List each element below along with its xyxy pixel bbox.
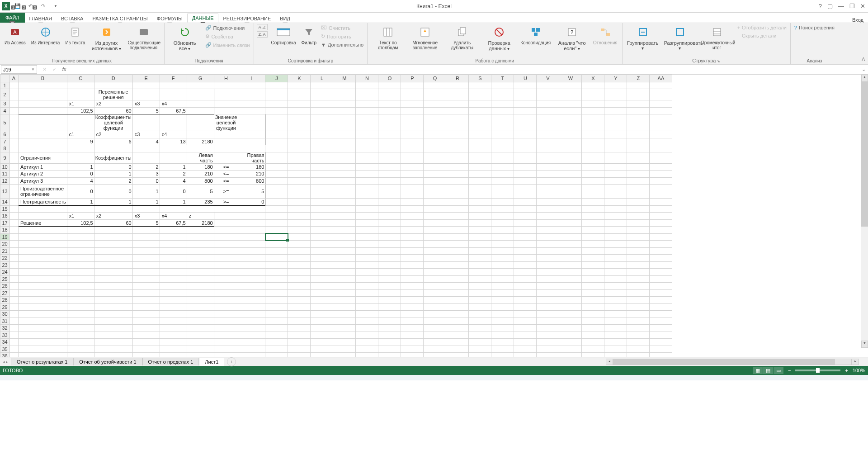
cell-C31[interactable] (67, 318, 94, 325)
cell-L17[interactable] (311, 219, 333, 227)
row-header-36[interactable]: 36 (0, 353, 9, 357)
cell-E13[interactable]: 1 (132, 185, 160, 199)
cell-AA17[interactable] (650, 219, 672, 227)
cell-A14[interactable] (9, 199, 19, 206)
cell-V22[interactable] (537, 255, 559, 262)
cell-L1[interactable] (311, 82, 333, 89)
cell-A29[interactable] (9, 303, 19, 311)
cell-L18[interactable] (311, 227, 333, 234)
cell-F31[interactable] (160, 318, 187, 325)
cell-O16[interactable] (378, 213, 401, 220)
cell-G35[interactable] (187, 346, 214, 353)
col-header-D[interactable]: D (94, 75, 132, 82)
cell-X31[interactable] (582, 318, 604, 325)
cell-K32[interactable] (288, 325, 311, 332)
cell-L28[interactable] (311, 297, 333, 304)
cell-T16[interactable] (491, 213, 514, 220)
cell-K31[interactable] (288, 318, 311, 325)
cell-V21[interactable] (537, 247, 559, 255)
cell-AA22[interactable] (650, 255, 672, 262)
cell-E24[interactable] (132, 269, 160, 276)
cell-C19[interactable] (67, 233, 94, 241)
cell-W11[interactable] (559, 171, 582, 178)
cell-T12[interactable] (491, 177, 514, 185)
cell-A30[interactable] (9, 311, 19, 318)
cell-J26[interactable] (265, 283, 288, 290)
cell-A1[interactable] (9, 82, 19, 89)
cell-P2[interactable] (401, 89, 424, 100)
cell-C33[interactable] (67, 332, 94, 339)
sort-button[interactable]: Сортировка (269, 24, 298, 46)
cell-V24[interactable] (537, 269, 559, 276)
cell-H13[interactable]: >= (214, 185, 238, 199)
cell-Z22[interactable] (627, 255, 650, 262)
cell-F34[interactable] (160, 339, 187, 346)
cell-Z15[interactable] (627, 205, 650, 213)
cell-Q10[interactable] (424, 163, 446, 171)
cell-I32[interactable] (238, 325, 265, 332)
cell-A28[interactable] (9, 297, 19, 304)
cell-X10[interactable] (582, 163, 604, 171)
cell-R20[interactable] (446, 241, 469, 248)
cell-T31[interactable] (491, 318, 514, 325)
cell-G15[interactable] (187, 205, 214, 213)
cell-J23[interactable] (265, 261, 288, 269)
cell-E11[interactable]: 3 (132, 171, 160, 178)
cell-J3[interactable] (265, 100, 288, 108)
qat-customize[interactable]: ▼ (51, 1, 61, 11)
cell-I20[interactable] (238, 241, 265, 248)
row-header-27[interactable]: 27 (0, 289, 9, 297)
cell-G23[interactable] (187, 261, 214, 269)
cell-V34[interactable] (537, 339, 559, 346)
cell-T13[interactable] (491, 185, 514, 199)
cell-G36[interactable] (187, 353, 214, 357)
cell-T14[interactable] (491, 199, 514, 206)
cell-K1[interactable] (288, 82, 311, 89)
cell-N12[interactable] (356, 177, 378, 185)
cell-B1[interactable] (19, 82, 67, 89)
cell-B21[interactable] (19, 247, 67, 255)
cell-G1[interactable] (187, 82, 214, 89)
cell-M34[interactable] (333, 339, 356, 346)
cell-G3[interactable] (187, 100, 214, 108)
cell-K19[interactable] (288, 233, 311, 241)
cell-Y25[interactable] (604, 275, 627, 283)
cell-F25[interactable] (160, 275, 187, 283)
cell-X18[interactable] (582, 227, 604, 234)
col-header-I[interactable]: I (238, 75, 265, 82)
cell-X1[interactable] (582, 82, 604, 89)
cell-F3[interactable]: x4 (160, 100, 187, 108)
data-validation-button[interactable]: Проверка данных ▾ (481, 24, 517, 52)
cell-B26[interactable] (19, 283, 67, 290)
cell-U10[interactable] (514, 163, 537, 171)
cell-N2[interactable] (356, 89, 378, 100)
cell-Y21[interactable] (604, 247, 627, 255)
cell-D22[interactable] (94, 255, 132, 262)
cell-P17[interactable] (401, 219, 424, 227)
cell-B12[interactable]: Артикул 3 (19, 177, 67, 185)
cell-T8[interactable] (491, 145, 514, 152)
cell-K13[interactable] (288, 185, 311, 199)
cell-A13[interactable] (9, 185, 19, 199)
cell-A12[interactable] (9, 177, 19, 185)
cell-J21[interactable] (265, 247, 288, 255)
cell-T30[interactable] (491, 311, 514, 318)
cell-I13[interactable]: 5 (238, 185, 265, 199)
cell-G26[interactable] (187, 283, 214, 290)
cell-B15[interactable] (19, 205, 67, 213)
cell-N33[interactable] (356, 332, 378, 339)
cell-F33[interactable] (160, 332, 187, 339)
cell-AA9[interactable] (650, 152, 672, 163)
cell-AA18[interactable] (650, 227, 672, 234)
cell-P24[interactable] (401, 269, 424, 276)
cell-G31[interactable] (187, 318, 214, 325)
cell-M28[interactable] (333, 297, 356, 304)
cell-W34[interactable] (559, 339, 582, 346)
row-header-13[interactable]: 13 (0, 185, 9, 199)
cell-N36[interactable] (356, 353, 378, 357)
cell-R27[interactable] (446, 289, 469, 297)
cell-V5[interactable] (537, 114, 559, 131)
cell-B14[interactable]: Неотрицательность (19, 199, 67, 206)
cell-E35[interactable] (132, 346, 160, 353)
cell-V6[interactable] (537, 131, 559, 138)
